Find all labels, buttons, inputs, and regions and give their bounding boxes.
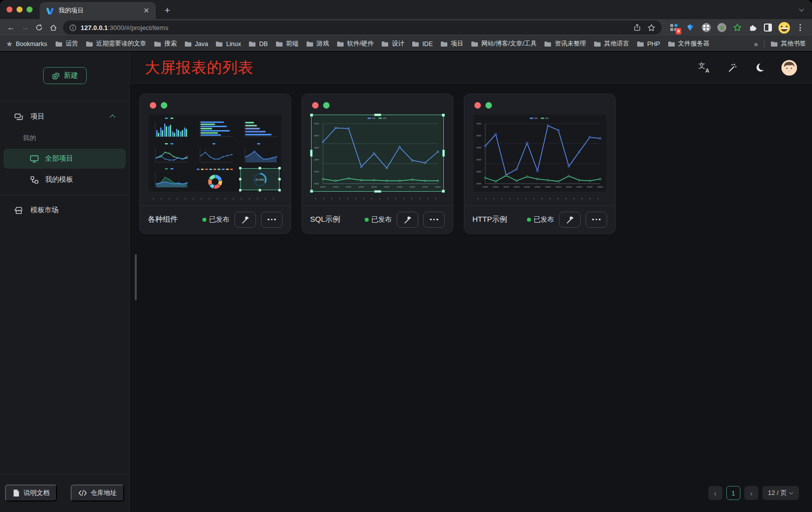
bookmark-folder-label: 网站/博客/文章/工具 <box>481 40 536 48</box>
browser-tab[interactable]: 我的项目 ✕ <box>40 2 156 19</box>
bookmark-folder[interactable]: IDE <box>412 41 433 48</box>
bookmark-folder[interactable]: 网站/博客/文章/工具 <box>471 40 536 48</box>
bookmark-folder[interactable]: Linux <box>215 41 241 48</box>
browser-window: 我的项目 ✕ + ← → 127.0.0.1:3000/#/project/it… <box>0 0 812 512</box>
sidebar-item-label: 我的模板 <box>45 175 73 184</box>
edit-project-button[interactable] <box>559 212 581 228</box>
bookmarks-label: Bookmarks <box>16 41 47 48</box>
extension-grid-icon[interactable]: 9 <box>669 23 679 33</box>
bookmark-folder[interactable]: 运营 <box>55 40 78 48</box>
new-project-button[interactable]: 新建 <box>43 67 87 84</box>
project-preview[interactable] <box>473 115 606 192</box>
sidebar-item-all-projects[interactable]: 全部项目 <box>4 149 126 169</box>
ruler-dots <box>315 198 440 199</box>
share-icon[interactable] <box>633 24 641 32</box>
page-title: 大屏报表的列表 <box>145 58 253 78</box>
browser-toolbar: ← → 127.0.0.1:3000/#/project/items 9 <box>0 19 812 37</box>
bookmark-folder[interactable]: PHP <box>637 41 660 48</box>
close-window-button[interactable] <box>7 7 13 13</box>
sidebar-footer: 说明文档 仓库地址 <box>0 474 129 512</box>
language-toggle-button[interactable]: 文A <box>697 61 710 74</box>
status-label: 已发布 <box>534 215 555 224</box>
folder-icon <box>440 41 448 47</box>
bookmark-folder[interactable]: 设计 <box>381 40 404 48</box>
home-icon <box>49 24 58 32</box>
address-bar[interactable]: 127.0.0.1:3000/#/project/items <box>63 21 662 35</box>
home-button[interactable] <box>46 21 60 35</box>
extensions-area: 9 <box>665 22 808 34</box>
project-preview[interactable]: 25.00% <box>149 115 282 192</box>
extension-gem-icon[interactable] <box>685 23 695 33</box>
bookmark-folder[interactable]: 项目 <box>440 40 463 48</box>
bookmark-folder[interactable]: DB <box>248 41 267 48</box>
bookmark-folder[interactable]: Java <box>184 41 208 48</box>
project-preview[interactable] <box>311 115 444 192</box>
storefront-icon <box>14 206 24 215</box>
selection-overlay <box>311 115 444 192</box>
bookmark-folder[interactable]: 前端 <box>276 40 299 48</box>
more-actions-button[interactable] <box>261 212 283 228</box>
user-avatar[interactable] <box>781 60 797 76</box>
bookmarks-overflow-button[interactable]: » <box>754 40 758 48</box>
sidebar-item-my-templates[interactable]: 我的模板 <box>4 170 126 190</box>
blue-gem-icon <box>686 24 694 32</box>
edit-project-button[interactable] <box>234 212 256 228</box>
page-size-label: 12 / 页 <box>768 488 787 497</box>
status-dot <box>202 218 206 222</box>
star-icon: ★ <box>6 40 13 49</box>
scrollbar-thumb[interactable] <box>135 254 137 300</box>
edit-project-button[interactable] <box>397 212 418 228</box>
forward-button[interactable]: → <box>18 21 32 35</box>
docs-button[interactable]: 说明文档 <box>5 484 57 501</box>
sidebar-section-project[interactable]: 项目 <box>0 107 129 127</box>
page-size-select[interactable]: 12 / 页 <box>762 486 799 500</box>
side-panel-icon[interactable] <box>764 24 772 32</box>
card-footer: 各种组件 已发布 <box>140 205 291 233</box>
other-bookmarks[interactable]: 其他书签 <box>770 40 806 48</box>
bookmark-star-icon[interactable] <box>647 24 656 32</box>
bookmark-folder[interactable]: 近期需要读的文章 <box>86 40 146 48</box>
repo-button[interactable]: 仓库地址 <box>71 484 124 501</box>
bookmark-folder-label: Java <box>195 41 208 48</box>
back-button[interactable]: ← <box>4 21 18 35</box>
ellipsis-icon <box>267 219 276 221</box>
project-screens-icon <box>14 112 24 122</box>
more-actions-button[interactable] <box>586 212 607 228</box>
more-actions-button[interactable] <box>423 212 445 228</box>
bookmark-folder[interactable]: 文件服务器 <box>668 40 710 48</box>
extension-record-icon[interactable] <box>717 23 726 32</box>
bookmarks-root[interactable]: ★ Bookmarks <box>6 40 47 49</box>
document-icon <box>13 489 20 497</box>
extension-command-icon[interactable] <box>702 23 711 32</box>
sidebar-item-template-market[interactable]: 模板市场 <box>0 200 129 220</box>
next-page-button[interactable]: › <box>744 486 758 500</box>
current-page-button[interactable]: 1 <box>726 486 740 500</box>
bookmark-folder[interactable]: 搜索 <box>154 40 177 48</box>
bookmark-folder[interactable]: 软件/硬件 <box>337 40 374 48</box>
browser-menu-icon[interactable] <box>796 24 804 31</box>
bookmark-folder[interactable]: 资讯未整理 <box>544 40 586 48</box>
new-tab-button[interactable]: + <box>160 3 175 18</box>
folder-icon <box>544 41 552 47</box>
minimize-window-button[interactable] <box>17 7 23 13</box>
url-text: 127.0.0.1:3000/#/project/items <box>81 24 168 32</box>
extension-badge: 9 <box>676 28 681 35</box>
card-window-dots <box>464 94 615 111</box>
theme-wand-button[interactable] <box>725 61 738 74</box>
extensions-puzzle-icon[interactable] <box>748 23 757 32</box>
reload-button[interactable] <box>32 21 46 35</box>
bookmark-folder[interactable]: 游戏 <box>306 40 329 48</box>
profile-avatar[interactable] <box>778 22 790 34</box>
site-info-icon[interactable] <box>69 24 77 32</box>
bookmark-folder[interactable]: 其他语言 <box>594 40 629 48</box>
prev-page-button[interactable]: ‹ <box>708 486 722 500</box>
dark-mode-button[interactable] <box>753 61 766 74</box>
maximize-window-button[interactable] <box>27 7 33 13</box>
project-card: SQL示例 已发布 <box>302 94 453 234</box>
ellipsis-icon <box>592 219 601 221</box>
green-dot <box>323 102 330 109</box>
extension-green-star-icon[interactable] <box>733 23 742 32</box>
tab-close-icon[interactable]: ✕ <box>142 6 151 15</box>
ellipsis-icon <box>430 219 438 221</box>
tab-search-button[interactable] <box>800 0 804 19</box>
